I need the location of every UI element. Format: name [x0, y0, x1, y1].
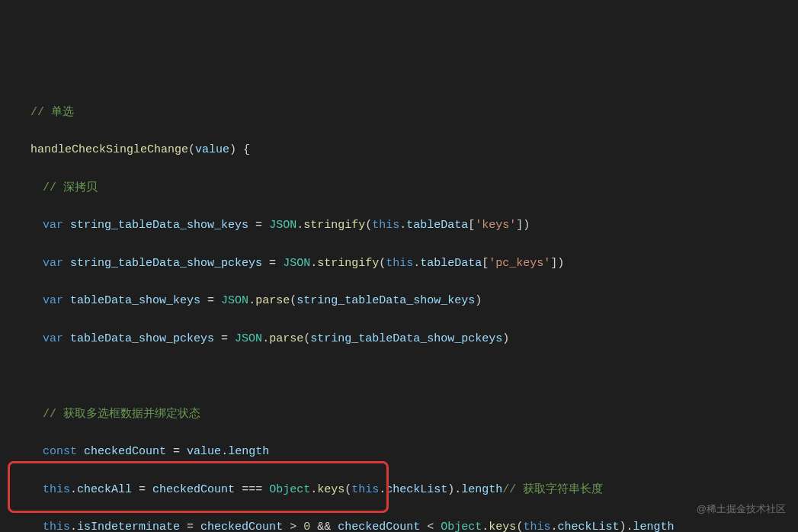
- code-line: // 单选: [18, 104, 798, 123]
- code-line: // 深拷贝: [18, 179, 798, 198]
- code-editor: // 单选 handleCheckSingleChange(value) { /…: [18, 85, 798, 532]
- code-line: this.isIndeterminate = checkedCount > 0 …: [18, 518, 798, 532]
- code-line: // 获取多选框数据并绑定状态: [18, 405, 798, 425]
- code-line: const checkedCount = value.length: [18, 443, 798, 462]
- code-line: this.checkAll = checkedCount === Object.…: [18, 481, 798, 500]
- blank-line: [18, 367, 798, 386]
- code-line: var tableData_show_keys = JSON.parse(str…: [18, 292, 798, 311]
- code-line: handleCheckSingleChange(value) {: [18, 141, 798, 160]
- code-line: var string_tableData_show_keys = JSON.st…: [18, 216, 798, 236]
- code-line: var string_tableData_show_pckeys = JSON.…: [18, 255, 798, 274]
- code-line: var tableData_show_pckeys = JSON.parse(s…: [18, 330, 798, 349]
